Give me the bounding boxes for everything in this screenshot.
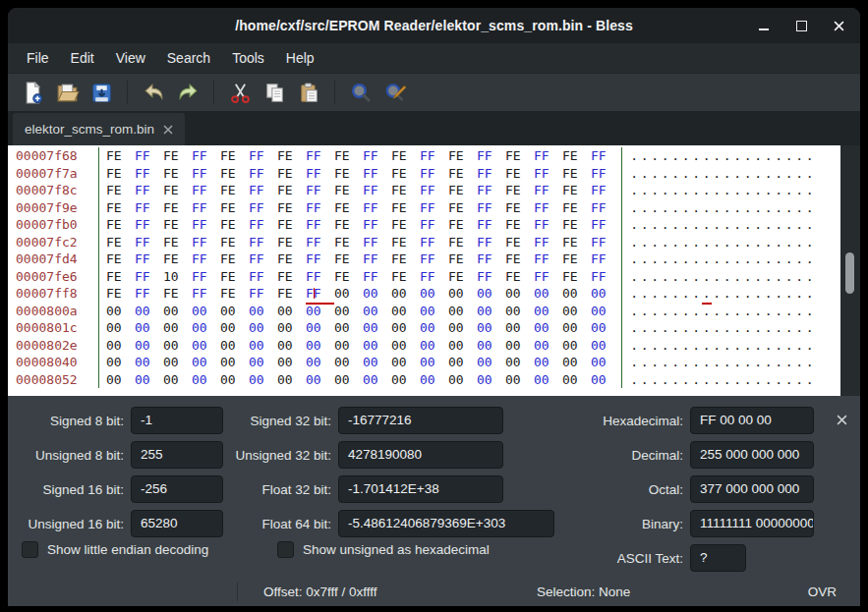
- hex-byte[interactable]: 00: [163, 337, 192, 355]
- ascii-char[interactable]: .: [681, 165, 692, 183]
- ascii-char[interactable]: .: [774, 182, 784, 199]
- hex-byte[interactable]: 00: [591, 337, 619, 355]
- hex-byte[interactable]: FF: [249, 199, 277, 217]
- ascii-char[interactable]: .: [691, 165, 702, 183]
- hex-byte[interactable]: 00: [448, 285, 477, 303]
- hex-byte[interactable]: FE: [334, 199, 363, 217]
- hex-byte[interactable]: 00: [420, 319, 448, 337]
- ascii-char[interactable]: .: [661, 147, 671, 165]
- copy-button[interactable]: [260, 78, 289, 107]
- hex-byte[interactable]: FE: [163, 250, 192, 268]
- ascii-char[interactable]: .: [784, 216, 795, 234]
- hex-byte[interactable]: 00: [420, 285, 448, 303]
- hex-byte[interactable]: FF: [306, 165, 334, 183]
- redo-button[interactable]: [173, 78, 203, 107]
- ascii-char[interactable]: .: [702, 182, 713, 199]
- show-unsigned-as-hexadecimal-checkbox[interactable]: [277, 541, 294, 558]
- hex-byte[interactable]: 00: [192, 303, 220, 320]
- ascii-char[interactable]: .: [764, 182, 775, 199]
- hex-byte[interactable]: FF: [249, 250, 277, 268]
- hex-byte[interactable]: 00: [391, 337, 420, 355]
- ascii-char[interactable]: .: [640, 199, 651, 217]
- undo-button[interactable]: [139, 78, 168, 107]
- ascii-char[interactable]: .: [784, 182, 795, 199]
- ascii-char[interactable]: .: [681, 182, 692, 199]
- hex-byte[interactable]: FE: [220, 268, 249, 286]
- hex-byte[interactable]: FF: [420, 147, 448, 165]
- hex-byte[interactable]: FF: [249, 285, 277, 303]
- ascii-char[interactable]: .: [784, 354, 795, 371]
- hex-byte[interactable]: 00: [562, 285, 591, 303]
- ascii-char[interactable]: .: [805, 147, 816, 165]
- ascii-char[interactable]: .: [805, 371, 816, 389]
- hex-byte[interactable]: FF: [363, 199, 391, 217]
- hex-byte[interactable]: 00: [363, 285, 391, 303]
- hex-byte[interactable]: 00: [363, 319, 391, 337]
- ascii-char[interactable]: .: [743, 354, 754, 371]
- ascii-char[interactable]: .: [784, 268, 795, 286]
- ascii-char[interactable]: .: [774, 147, 784, 165]
- binary-field[interactable]: 11111111 00000000 00000000 00000000: [690, 510, 814, 537]
- hex-byte[interactable]: 10: [163, 268, 192, 286]
- ascii-char[interactable]: .: [661, 319, 671, 337]
- ascii-char[interactable]: .: [743, 268, 754, 286]
- hex-byte[interactable]: 00: [163, 371, 192, 389]
- hex-byte[interactable]: 00: [505, 354, 534, 371]
- ascii-char[interactable]: .: [629, 337, 640, 355]
- hex-byte[interactable]: FE: [448, 147, 477, 165]
- ascii-char[interactable]: .: [681, 250, 692, 268]
- ascii-char[interactable]: .: [784, 250, 795, 268]
- hex-byte[interactable]: FE: [505, 234, 534, 251]
- ascii-char[interactable]: .: [640, 285, 651, 303]
- hex-byte[interactable]: FF: [420, 268, 448, 286]
- hex-byte[interactable]: FF: [534, 268, 562, 286]
- ascii-char[interactable]: .: [661, 199, 671, 217]
- ascii-char[interactable]: .: [712, 337, 723, 355]
- hex-byte[interactable]: FE: [277, 147, 306, 165]
- ascii-char[interactable]: .: [650, 303, 661, 320]
- hex-byte[interactable]: FE: [448, 250, 477, 268]
- menu-edit[interactable]: Edit: [60, 46, 105, 70]
- hex-byte[interactable]: 00: [448, 319, 477, 337]
- hex-byte[interactable]: FE: [391, 216, 420, 234]
- ascii-char[interactable]: .: [743, 182, 754, 199]
- ascii-char[interactable]: .: [764, 285, 775, 303]
- hex-byte[interactable]: 00: [420, 303, 448, 320]
- ascii-char[interactable]: .: [732, 234, 743, 251]
- hex-byte[interactable]: FE: [448, 182, 477, 199]
- hex-byte[interactable]: 00: [477, 319, 505, 337]
- ascii-char[interactable]: .: [753, 303, 764, 320]
- ascii-char[interactable]: .: [661, 250, 671, 268]
- ascii-char[interactable]: .: [640, 165, 651, 183]
- hex-byte[interactable]: FE: [277, 216, 306, 234]
- ascii-char[interactable]: .: [753, 285, 764, 303]
- hex-byte[interactable]: 00: [391, 354, 420, 371]
- hex-byte[interactable]: 00: [106, 371, 135, 389]
- ascii-char[interactable]: .: [774, 165, 784, 183]
- hex-byte[interactable]: FE: [220, 250, 249, 268]
- ascii-char[interactable]: .: [650, 182, 661, 199]
- hex-byte[interactable]: FE: [334, 182, 363, 199]
- menu-file[interactable]: File: [16, 46, 60, 70]
- ascii-char[interactable]: .: [712, 216, 723, 234]
- hex-byte[interactable]: 00: [306, 319, 334, 337]
- ascii-char[interactable]: .: [681, 147, 692, 165]
- hex-byte[interactable]: 00: [192, 371, 220, 389]
- hex-byte[interactable]: 00: [306, 337, 334, 355]
- unsigned-32-bit-field[interactable]: 4278190080: [338, 441, 503, 469]
- hex-byte[interactable]: 00: [135, 337, 163, 355]
- hex-byte[interactable]: FE: [448, 216, 477, 234]
- hex-byte[interactable]: FF: [135, 285, 163, 303]
- hex-byte[interactable]: FF: [477, 234, 505, 251]
- hex-byte[interactable]: FF: [135, 182, 163, 199]
- hex-byte[interactable]: 00: [220, 337, 249, 355]
- ascii-char[interactable]: .: [774, 303, 784, 320]
- hex-byte[interactable]: 00: [363, 371, 391, 389]
- hex-byte[interactable]: FF: [306, 250, 334, 268]
- close-button[interactable]: [831, 18, 846, 33]
- ascii-char[interactable]: .: [732, 371, 743, 389]
- hex-byte[interactable]: 00: [192, 319, 220, 337]
- hex-byte[interactable]: FE: [163, 234, 192, 251]
- ascii-char[interactable]: .: [764, 216, 775, 234]
- hex-byte[interactable]: FF: [135, 250, 163, 268]
